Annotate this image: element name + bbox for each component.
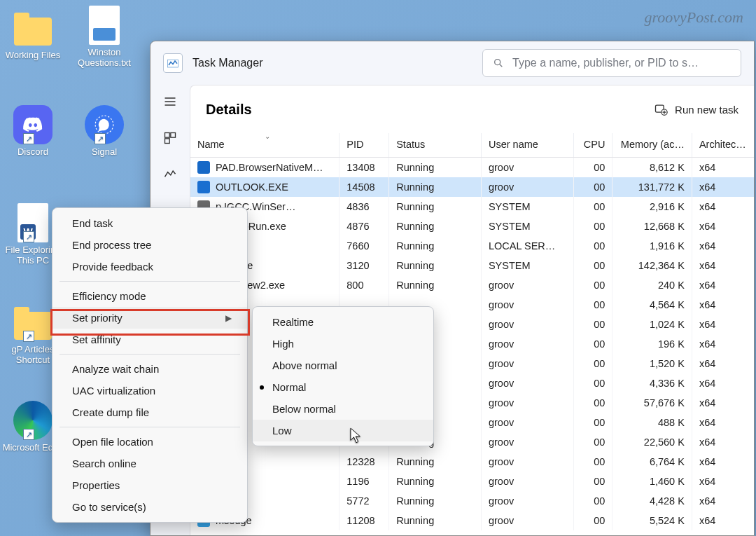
table-row[interactable]: e.exe12328Runninggroov006,764 Kx64 xyxy=(190,452,754,472)
menu-item-label: Above normal xyxy=(272,359,337,371)
cell-cpu: 00 xyxy=(573,256,612,275)
priority-option-above-normal[interactable]: Above normal xyxy=(253,355,433,376)
col-cpu[interactable]: CPU xyxy=(573,133,612,158)
titlebar[interactable]: Task Manager Type a name, publisher, or … xyxy=(150,41,754,85)
search-input[interactable]: Type a name, publisher, or PID to s… xyxy=(482,49,741,77)
cell-cpu: 00 xyxy=(573,315,612,334)
table-row[interactable]: msedge11208Runninggroov005,524 Kx64 xyxy=(190,511,754,530)
processes-tab-icon[interactable] xyxy=(159,127,181,149)
sort-caret-icon: ⌄ xyxy=(265,133,270,140)
table-row[interactable]: e.exe5772Runninggroov004,428 Kx64 xyxy=(190,491,754,511)
cell-cpu: 00 xyxy=(573,177,612,197)
desktop-icon-working-files[interactable]: Working Files xyxy=(1,8,64,61)
menu-item-search-online[interactable]: Search online xyxy=(52,453,247,474)
col-name[interactable]: ⌄Name xyxy=(190,133,340,158)
performance-tab-icon[interactable] xyxy=(159,163,181,186)
cell-user: groov xyxy=(481,315,573,334)
menu-item-label: Set affinity xyxy=(72,334,121,345)
cell-pid: 800 xyxy=(340,275,389,295)
menu-item-label: UAC virtualization xyxy=(72,385,155,397)
cell-status: Running xyxy=(389,511,482,530)
cell-pid: 14508 xyxy=(340,177,389,197)
cell-arch: x64 xyxy=(692,295,754,315)
run-new-task-button[interactable]: Run new task xyxy=(654,102,738,116)
table-row[interactable]: ClickToRun.exe4876RunningSYSTEM0012,668 … xyxy=(190,217,754,236)
cell-memory: 131,772 K xyxy=(612,177,692,197)
cell-memory: 1,520 K xyxy=(612,354,692,373)
cell-memory: 1,916 K xyxy=(612,236,692,256)
cell-cpu: 00 xyxy=(573,413,612,432)
menu-item-create-dump-file[interactable]: Create dump file xyxy=(52,401,247,423)
table-row[interactable]: PAD.BrowserNativeM…13408Runninggroov008,… xyxy=(190,158,754,178)
txt-icon xyxy=(85,6,124,45)
menu-item-go-to-service-s-[interactable]: Go to service(s) xyxy=(52,496,247,518)
cell-arch: x64 xyxy=(692,472,754,491)
desktop-icon-label: Discord xyxy=(1,147,64,158)
cell-user: groov xyxy=(481,413,573,432)
menu-item-label: Normal xyxy=(272,381,306,393)
task-manager-icon xyxy=(163,53,183,73)
cell-user: groov xyxy=(481,472,573,491)
cell-user: SYSTEM xyxy=(481,217,573,236)
table-row[interactable]: e.exe1196Runninggroov001,460 Kx64 xyxy=(190,472,754,491)
menu-item-end-process-tree[interactable]: End process tree xyxy=(52,234,247,256)
cell-arch: x64 xyxy=(692,177,754,197)
cell-cpu: 00 xyxy=(573,432,612,452)
process-icon xyxy=(197,181,210,193)
priority-option-below-normal[interactable]: Below normal xyxy=(253,398,433,420)
process-context-menu[interactable]: End taskEnd process treeProvide feedback… xyxy=(52,207,248,523)
column-header-row[interactable]: ⌄Name PID Status User name CPU Memory (a… xyxy=(190,133,754,158)
menu-item-analyze-wait-chain[interactable]: Analyze wait chain xyxy=(52,358,247,380)
search-icon xyxy=(493,57,504,69)
menu-item-set-priority[interactable]: Set priority▶ xyxy=(52,307,247,329)
col-user[interactable]: User name xyxy=(481,133,573,158)
desktop-icon-discord[interactable]: ↗Discord xyxy=(1,105,64,158)
cell-memory: 5,524 K xyxy=(612,511,692,530)
col-status[interactable]: Status xyxy=(389,133,482,158)
cell-memory: 6,764 K xyxy=(612,452,692,472)
menu-item-label: Efficiency mode xyxy=(72,290,146,302)
priority-option-high[interactable]: High xyxy=(253,333,433,355)
cell-arch: x64 xyxy=(692,432,754,452)
menu-item-label: End task xyxy=(72,217,113,229)
hamburger-icon[interactable] xyxy=(159,90,181,113)
table-row[interactable]: ewebview2.exe800Runninggroov00240 Kx64 xyxy=(190,275,754,295)
run-new-task-icon xyxy=(654,102,668,116)
cell-user: groov xyxy=(481,177,573,197)
cell-user: SYSTEM xyxy=(481,197,573,217)
cell-pid: 7660 xyxy=(340,236,389,256)
menu-item-efficiency-mode[interactable]: Efficiency mode xyxy=(52,285,247,307)
cell-pid: 5772 xyxy=(340,491,389,511)
col-memory[interactable]: Memory (ac… xyxy=(612,133,692,158)
priority-option-normal[interactable]: Normal xyxy=(253,376,433,398)
col-architecture[interactable]: Architec… xyxy=(692,133,754,158)
table-row[interactable]: OUTLOOK.EXE14508Runninggroov00131,772 Kx… xyxy=(190,177,754,197)
svg-point-2 xyxy=(495,60,500,65)
set-priority-submenu[interactable]: RealtimeHighAbove normalNormalBelow norm… xyxy=(252,306,434,446)
priority-option-low[interactable]: Low xyxy=(253,420,433,441)
desktop-icon-winston-questions[interactable]: Winston Questions.txt xyxy=(73,6,136,69)
table-row[interactable]: p.IGCC.WinSer…4836RunningSYSTEM002,916 K… xyxy=(190,197,754,217)
table-row[interactable]: Eng.exe3120RunningSYSTEM00142,364 Kx64 xyxy=(190,256,754,275)
desktop-icon-signal[interactable]: ↗Signal xyxy=(73,105,136,158)
cell-memory: 57,676 K xyxy=(612,393,692,413)
menu-item-label: Create dump file xyxy=(72,406,149,418)
cell-user: groov xyxy=(481,158,573,178)
col-pid[interactable]: PID xyxy=(340,133,389,158)
table-row[interactable]: exe7660RunningLOCAL SER…001,916 Kx64 xyxy=(190,236,754,256)
cell-pid: 3120 xyxy=(340,256,389,275)
menu-item-open-file-location[interactable]: Open file location xyxy=(52,431,247,453)
menu-item-properties[interactable]: Properties xyxy=(52,474,247,496)
menu-item-uac-virtualization[interactable]: UAC virtualization xyxy=(52,380,247,401)
folder-icon: ↗ xyxy=(13,303,52,342)
menu-item-label: Properties xyxy=(72,479,120,491)
menu-item-end-task[interactable]: End task xyxy=(52,212,247,234)
watermark-text: groovyPost.com xyxy=(644,8,743,27)
menu-item-set-affinity[interactable]: Set affinity xyxy=(52,329,247,350)
cell-pid: 11208 xyxy=(340,511,389,530)
cell-memory: 22,560 K xyxy=(612,432,692,452)
priority-option-realtime[interactable]: Realtime xyxy=(253,311,433,333)
menu-item-provide-feedback[interactable]: Provide feedback xyxy=(52,256,247,277)
cell-memory: 1,460 K xyxy=(612,472,692,491)
cell-status: Running xyxy=(389,217,482,236)
